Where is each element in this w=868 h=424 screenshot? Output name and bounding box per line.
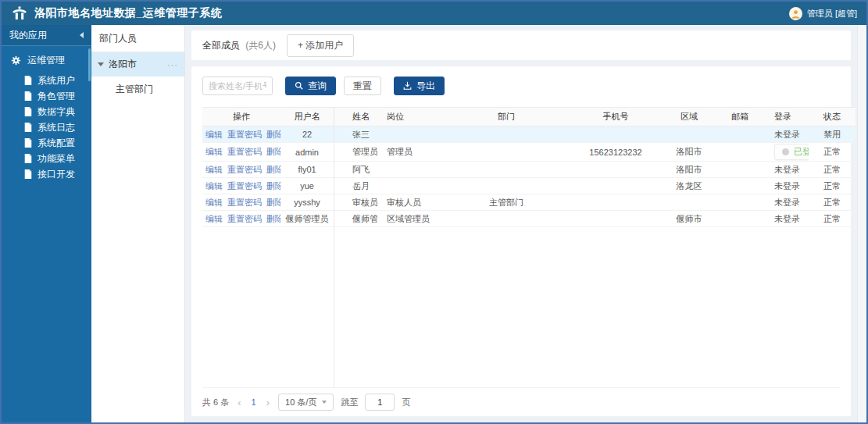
file-icon	[23, 76, 33, 85]
reset-password-link[interactable]: 重置密码	[227, 130, 262, 139]
search-input[interactable]	[202, 77, 273, 95]
reset-password-link[interactable]: 重置密码	[227, 181, 262, 191]
edit-link[interactable]: 编辑	[205, 147, 223, 156]
delete-link[interactable]: 删除	[266, 214, 280, 223]
search-button-label: 查询	[308, 80, 327, 93]
cell-post	[377, 178, 448, 194]
file-icon	[23, 138, 33, 148]
column-header-0: 操作	[202, 108, 280, 126]
reset-password-link[interactable]: 重置密码	[227, 214, 262, 223]
pagination-page-1[interactable]: 1	[250, 397, 258, 407]
tree-node-root[interactable]: 洛阳市 ···	[91, 52, 184, 77]
cell-region	[666, 126, 712, 143]
pagination: 共 6 条 ‹ 1 › 10 条/页 跳至 页	[202, 388, 840, 412]
reset-button[interactable]: 重置	[344, 77, 381, 95]
sidebar-group-label: 运维管理	[27, 54, 65, 67]
cell-post	[377, 126, 448, 143]
table-row: 编辑重置密码删除yue岳月洛龙区未登录正常	[202, 178, 855, 194]
sidebar-item-4[interactable]: 系统配置	[2, 135, 91, 151]
cell-dept	[448, 126, 565, 143]
members-count: (共6人)	[245, 40, 276, 51]
page-scrollbar[interactable]	[857, 25, 866, 422]
cell-dept: 主管部门	[448, 194, 565, 211]
delete-link[interactable]: 删除	[266, 147, 280, 156]
sidebar-item-2[interactable]: 数据字典	[2, 104, 91, 119]
sidebar-item-3[interactable]: 系统日志	[2, 119, 91, 135]
reset-password-link[interactable]: 重置密码	[227, 165, 262, 174]
sidebar-item-5[interactable]: 功能菜单	[2, 151, 91, 166]
column-header-5: 手机号	[565, 108, 666, 126]
cell-status: 正常	[809, 194, 855, 211]
user-table-card: 查询 重置 导出	[191, 66, 851, 416]
edit-link[interactable]: 编辑	[205, 165, 223, 174]
app-logo-icon	[11, 5, 28, 21]
search-button[interactable]: 查询	[285, 77, 336, 95]
sidebar-item-label: 系统日志	[38, 123, 75, 132]
chevron-down-icon	[322, 401, 327, 404]
edit-link[interactable]: 编辑	[205, 130, 223, 139]
delete-link[interactable]: 删除	[266, 198, 280, 207]
reset-password-link[interactable]: 重置密码	[227, 147, 262, 156]
sidebar-item-1[interactable]: 角色管理	[2, 88, 91, 104]
cell-region: 偃师市	[666, 211, 712, 227]
table-row: 编辑重置密码删除yysshy审核员审核人员主管部门未登录正常	[202, 194, 855, 211]
cell-name: 阿飞	[334, 162, 377, 178]
sidebar-item-0[interactable]: 系统用户	[2, 73, 91, 88]
sidebar-item-6[interactable]: 接口开发	[2, 166, 91, 182]
delete-link[interactable]: 删除	[266, 165, 280, 174]
cell-status: 禁用	[809, 126, 855, 143]
pagination-prev-button[interactable]: ‹	[236, 397, 242, 408]
row-actions: 编辑重置密码删除	[202, 162, 280, 178]
export-icon	[403, 81, 413, 91]
members-bar: 全部成员 (共6人) + 添加用户	[191, 30, 851, 60]
cell-status: 正常	[809, 211, 855, 227]
sidebar-header[interactable]: 我的应用	[2, 25, 91, 46]
caret-down-icon[interactable]	[98, 62, 104, 66]
export-button[interactable]: 导出	[394, 77, 445, 95]
row-actions: 编辑重置密码删除	[202, 194, 280, 211]
cell-login: 未登录	[768, 211, 809, 227]
sidebar-group-ops[interactable]: 运维管理	[2, 46, 91, 73]
sidebar-item-label: 角色管理	[38, 91, 75, 101]
cell-email	[712, 211, 768, 227]
user-table: 操作用户名姓名岗位部门手机号区域邮箱登录状态 编辑重置密码删除22张三未登录禁用…	[202, 107, 855, 227]
app-window: 洛阳市地名地址数据_运维管理子系统 管理员 [超管] 我的应用	[0, 0, 868, 424]
cell-phone	[565, 211, 666, 227]
edit-link[interactable]: 编辑	[205, 214, 223, 223]
sidebar-scrollbar[interactable]	[88, 48, 91, 81]
table-row: 编辑重置密码删除偃师管理员偃师管理员区域管理员偃师市未登录正常	[202, 211, 855, 227]
table-row: 编辑重置密码删除fly01阿飞洛阳市未登录正常	[202, 162, 855, 178]
login-dot-icon	[782, 148, 789, 155]
cell-dept	[448, 162, 565, 178]
tree-node-child[interactable]: 主管部门	[91, 77, 184, 102]
table-row: 编辑重置密码删除22张三未登录禁用	[202, 126, 855, 143]
user-menu[interactable]: 管理员 [超管]	[789, 7, 857, 20]
pagination-next-button[interactable]: ›	[265, 397, 271, 408]
sidebar-item-label: 系统配置	[38, 138, 75, 148]
edit-link[interactable]: 编辑	[205, 198, 223, 207]
sidebar-item-label: 数据字典	[38, 107, 75, 116]
delete-link[interactable]: 删除	[266, 181, 280, 191]
column-header-1: 用户名	[280, 108, 334, 126]
cell-dept	[448, 178, 565, 194]
department-panel-title: 部门人员	[91, 25, 184, 52]
user-name-label: 管理员 [超管]	[807, 8, 857, 20]
tree-node-more-icon[interactable]: ···	[167, 60, 178, 69]
page-size-select[interactable]: 10 条/页	[278, 394, 334, 411]
delete-link[interactable]: 删除	[266, 130, 280, 139]
cell-login: 已登录	[768, 143, 809, 162]
file-icon	[23, 154, 33, 163]
reset-password-link[interactable]: 重置密码	[227, 198, 262, 207]
add-user-button[interactable]: + 添加用户	[287, 34, 354, 57]
reset-button-label: 重置	[353, 80, 372, 93]
edit-link[interactable]: 编辑	[205, 181, 223, 191]
jump-page-input[interactable]	[365, 394, 395, 411]
column-header-7: 邮箱	[712, 108, 768, 126]
cell-email	[712, 178, 768, 194]
collapse-arrow-icon[interactable]	[80, 32, 84, 38]
tree-node-root-label: 洛阳市	[109, 58, 137, 71]
login-status-badge[interactable]: 已登录	[774, 144, 809, 160]
cell-name: 管理员	[334, 143, 377, 162]
members-label: 全部成员	[202, 40, 240, 51]
row-actions: 编辑重置密码删除	[202, 126, 280, 143]
